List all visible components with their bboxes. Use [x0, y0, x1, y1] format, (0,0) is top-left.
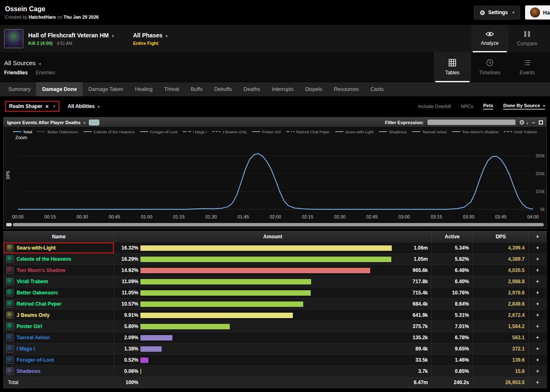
legend-item[interactable]: Poster Girl — [252, 130, 281, 134]
damage-bar[interactable] — [138, 335, 396, 341]
tab-debuffs[interactable]: Debuffs — [209, 82, 238, 96]
column-header-name[interactable]: Name — [4, 231, 114, 242]
expand-row-button[interactable]: + — [529, 310, 546, 321]
ability-filter-dropdown[interactable]: All Abilities ▾ — [68, 103, 100, 109]
player-name[interactable]: Celeste of the Heavens — [17, 256, 71, 262]
expand-row-button[interactable]: + — [529, 343, 546, 354]
player-name[interactable]: Viridi Trabem — [17, 279, 48, 284]
player-name[interactable]: Sears-with-Light — [17, 245, 56, 251]
tab-buffs[interactable]: Buffs — [185, 82, 208, 96]
damage-bar[interactable] — [138, 279, 396, 284]
expand-row-button[interactable]: + — [529, 355, 546, 365]
dps-chart[interactable]: DPS 300k200k100k0k00:0000:1500:3000:4501… — [4, 140, 546, 222]
legend-item[interactable]: Retired Chat Pvper — [286, 130, 330, 134]
player-name[interactable]: Two Moon's Shadow — [17, 267, 65, 273]
damage-bar[interactable] — [138, 290, 396, 296]
damage-bar[interactable] — [138, 324, 396, 329]
legend-item[interactable]: J Beams Only — [212, 130, 247, 134]
graph-scrollbar[interactable] — [6, 223, 544, 227]
damage-bar[interactable] — [138, 257, 396, 262]
tab-resources[interactable]: Resources — [328, 82, 365, 96]
damage-bar[interactable] — [138, 346, 396, 352]
legend-item[interactable]: Celeste of the Heavens — [83, 130, 135, 134]
tab-analyze[interactable]: Analyze — [471, 25, 508, 52]
remove-filter-icon[interactable]: ✖ — [45, 104, 49, 109]
damage-bar[interactable] — [138, 245, 396, 251]
column-header-active[interactable]: Active — [432, 231, 473, 242]
fight-selector[interactable]: Hall of Fleshcraft Veteran HM ▾ — [28, 32, 114, 39]
player-name-cell[interactable]: Forager-of-Loot — [4, 355, 114, 365]
scrollbar-thumb[interactable] — [13, 223, 544, 226]
player-name[interactable]: J Beams Only — [17, 312, 49, 318]
user-menu-button[interactable]: Hat — [525, 5, 550, 20]
enemies-toggle[interactable]: Enemies — [36, 70, 55, 76]
tab-deaths[interactable]: Deaths — [238, 82, 266, 96]
player-name[interactable]: Poster Girl — [17, 323, 42, 329]
legend-item[interactable]: I Mags I — [183, 130, 207, 134]
filter-expression-input[interactable] — [427, 120, 516, 125]
player-name[interactable]: I Mags I — [17, 346, 35, 352]
player-name-cell[interactable]: Celeste of the Heavens — [4, 254, 114, 265]
expand-total-button[interactable]: + — [529, 377, 546, 388]
expand-row-button[interactable]: + — [529, 321, 546, 332]
pets-toggle[interactable]: Pets — [483, 103, 493, 110]
tab-interrupts[interactable]: Interrupts — [266, 82, 300, 96]
damage-bar[interactable] — [138, 268, 396, 273]
player-name-cell[interactable]: Viridi Trabem — [4, 276, 114, 287]
settings-button[interactable]: ⚙ Settings ▾ — [474, 6, 520, 20]
player-name[interactable]: Forager-of-Loot — [17, 357, 54, 363]
include-overkill-toggle[interactable]: Include Overkill — [418, 104, 451, 109]
report-author[interactable]: HatchetHaro — [29, 15, 56, 20]
legend-item[interactable]: Taereal Aelovi — [412, 130, 447, 134]
damage-bar[interactable] — [138, 358, 396, 363]
expand-row-button[interactable]: + — [529, 243, 546, 253]
player-name-cell[interactable]: Taereal Aelovi — [4, 332, 114, 343]
graph-settings-button[interactable]: ⚙▾ — [519, 119, 528, 125]
tab-compare[interactable]: Compare — [508, 25, 546, 52]
done-by-source-dropdown[interactable]: Done By Source ▾ — [503, 103, 545, 110]
player-name-cell[interactable]: J Beams Only — [4, 310, 114, 321]
phase-selector[interactable]: All Phases ▾ — [133, 32, 167, 39]
friendlies-toggle[interactable]: Friendlies — [4, 70, 28, 76]
tab-damage-done[interactable]: Damage Done — [36, 82, 82, 96]
npcs-toggle[interactable]: NPCs — [461, 104, 473, 109]
tab-healing[interactable]: Healing — [129, 82, 158, 96]
legend-item[interactable]: Two Moon's Shadow — [452, 130, 498, 134]
player-name-cell[interactable]: Sears-with-Light — [4, 243, 114, 253]
view-tab-timelines[interactable]: Timelines — [471, 52, 508, 82]
tab-dispels[interactable]: Dispels — [300, 82, 328, 96]
expand-row-button[interactable]: + — [529, 299, 546, 309]
player-name-cell[interactable]: Poster Girl — [4, 321, 114, 332]
view-tab-events[interactable]: Events — [508, 52, 546, 82]
player-name-cell[interactable]: Better Oakensorc — [4, 287, 114, 298]
player-name-cell[interactable]: I Mags I — [4, 343, 114, 354]
expand-row-button[interactable]: + — [529, 287, 546, 298]
tab-casts[interactable]: Casts — [365, 82, 390, 96]
deaths-filter-dropdown[interactable]: Ignore Events After Player Deaths ▾ — [7, 120, 85, 125]
expand-row-button[interactable]: + — [529, 254, 546, 265]
player-name[interactable]: Shadeous — [17, 368, 40, 374]
legend-item[interactable]: Shadeous — [379, 130, 407, 134]
column-header-dps[interactable]: DPS — [473, 231, 529, 242]
legend-item[interactable]: Viridi Trabem — [504, 130, 537, 134]
column-header-amount[interactable]: Amount — [114, 231, 432, 242]
tab-summary[interactable]: Summary — [2, 82, 36, 96]
player-name[interactable]: Retired Chat Pvper — [17, 301, 61, 307]
player-name[interactable]: Better Oakensorc — [17, 290, 58, 296]
damage-bar[interactable] — [138, 369, 396, 374]
legend-item[interactable]: Total — [13, 130, 32, 134]
source-filter-chip[interactable]: Realm Shaper ✖ ▾ — [5, 101, 59, 112]
player-name-cell[interactable]: Shadeous — [4, 366, 114, 377]
sources-selector[interactable]: All Sources ▾ — [4, 59, 55, 66]
damage-bar[interactable] — [138, 313, 396, 318]
player-name-cell[interactable]: Two Moon's Shadow — [4, 265, 114, 276]
column-header-plus[interactable]: + — [529, 231, 546, 242]
legend-item[interactable]: Forager-of-Loot — [140, 130, 177, 134]
damage-bar[interactable] — [138, 301, 396, 307]
legend-item[interactable]: Sears-with-Light — [335, 130, 374, 134]
tab-damage-taken[interactable]: Damage Taken — [83, 82, 129, 96]
player-name-cell[interactable]: Retired Chat Pvper — [4, 299, 114, 309]
tab-threat[interactable]: Threat — [158, 82, 185, 96]
graph-color-swatch[interactable] — [89, 120, 99, 125]
player-name[interactable]: Taereal Aelovi — [17, 335, 50, 341]
